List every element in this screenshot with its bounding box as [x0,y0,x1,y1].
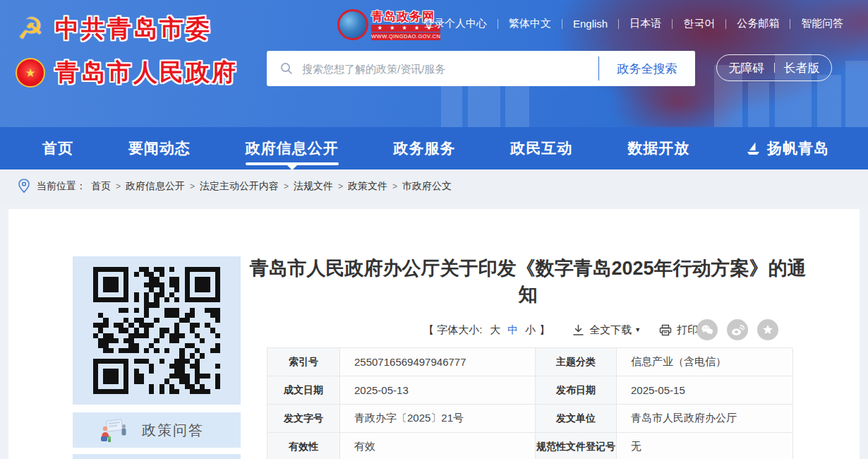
download-button[interactable]: 全文下载 ▼ [572,323,641,337]
page-title: 青岛市人民政府办公厅关于印发《数字青岛2025年行动方案》的通知 [246,256,810,308]
link-traditional-chinese[interactable]: 繁体中文 [509,17,551,30]
font-size-medium[interactable]: 中 [507,323,518,337]
article-toolbar: 【 字体大小: 大 中 小 】 全文下载 ▼ 打印 [246,318,810,341]
crumb-regulations[interactable]: 法规文件 [294,180,333,193]
search-box: 政务全搜索 [267,51,695,86]
nav-open-data[interactable]: 数据开放 [627,127,689,169]
print-button[interactable]: 打印 [659,323,698,337]
location-pin-icon [17,178,31,195]
policy-qa-illustration-icon [98,417,131,443]
accessibility-pill: 无障碍 长者版 [716,54,832,81]
elder-version-button[interactable]: 长者版 [784,60,820,76]
wechat-share-button[interactable] [697,319,718,340]
font-size-small[interactable]: 小 [525,323,536,337]
nav-gov-info-disclosure[interactable]: 政府信息公开 [246,127,339,169]
meta-value-index-number: 2550716569497946777 [340,348,536,376]
breadcrumb-prefix: 当前位置： [37,180,86,193]
search-button[interactable]: 政务全搜索 [599,51,695,86]
meta-label: 索引号 [267,348,340,376]
content-card: 政策问答 青岛市人民政府办公厅关于印发《数字青岛2025年行动方案》的通知 【 … [8,209,860,459]
link-official-mail[interactable]: 公务邮箱 [737,17,779,30]
link-english[interactable]: English [573,18,608,30]
link-smart-qa[interactable]: 智能问答 [801,17,843,30]
qr-code [93,267,220,394]
link-login-center[interactable]: 登录个人中心 [423,17,487,30]
link-japanese[interactable]: 日本语 [629,17,661,30]
meta-label: 发布日期 [536,376,617,405]
crumb-policy-docs[interactable]: 政策文件 [348,180,387,193]
crumb-home[interactable]: 首页 [91,180,111,193]
favorite-icon [762,324,773,335]
meta-value-registration-number: 无 [617,433,793,459]
document-meta-table: 索引号 2550716569497946777 主题分类 信息产业（含电信） 成… [267,347,792,459]
breadcrumb: 当前位置： 首页> 政府信息公开> 法定主动公开内容> 法规文件> 政策文件> … [0,169,868,203]
national-emblem-icon: ★ [16,58,45,88]
share-buttons [697,319,778,340]
search-icon [279,61,294,76]
crumb-statutory-disclosure[interactable]: 法定主动公开内容 [200,180,279,193]
page: ☭ 中共青岛市委 ★ 青岛市人民政府 青岛政务网 ★ ★ ★ ★ ★ WWW.Q… [0,0,868,459]
government-title: 青岛市人民政府 [55,56,238,89]
search-input[interactable] [302,63,598,75]
site-header: ☭ 中共青岛市委 ★ 青岛市人民政府 青岛政务网 ★ ★ ★ ★ ★ WWW.Q… [0,0,868,127]
main-nav: 首页 要闻动态 政府信息公开 政务服务 政民互动 数据开放 扬帆青岛 [0,127,868,169]
party-committee-title: 中共青岛市委 [55,13,212,45]
left-sidebar: 政策问答 [73,256,241,459]
download-icon [572,324,584,336]
nav-public-interaction[interactable]: 政民互动 [510,127,572,169]
font-size-label: 【 字体大小: [423,323,482,337]
meta-value-written-date: 2025-05-13 [340,376,536,405]
globe-icon [337,9,368,40]
meta-label: 发文单位 [536,405,617,433]
favorite-share-button[interactable] [757,319,778,340]
nav-home[interactable]: 首页 [42,127,73,169]
meta-value-publish-date: 2025-05-15 [617,376,793,405]
print-icon [659,324,672,336]
org-titles: ☭ 中共青岛市委 ★ 青岛市人民政府 [14,13,238,100]
meta-label: 规范性文件登记号 [536,433,617,459]
nav-news[interactable]: 要闻动态 [128,127,191,169]
wechat-icon [701,324,713,335]
meta-value-validity: 有效 [340,433,536,459]
nav-sail-qingdao[interactable]: 扬帆青岛 [745,127,829,169]
top-links: 登录个人中心 繁体中文 English 日本语 한국어 公务邮箱 智能问答 [423,17,843,30]
sidebar-item-policy-qa[interactable]: 政策问答 [73,412,241,448]
sail-icon [745,140,761,157]
meta-label: 发文字号 [267,405,340,433]
crumb-gov-info[interactable]: 政府信息公开 [126,180,185,193]
meta-value-topic-category: 信息产业（含电信） [617,348,793,376]
accessibility-button[interactable]: 无障碍 [729,60,765,76]
weibo-icon [731,324,745,336]
crumb-municipal-docs[interactable]: 市政府公文 [402,180,452,193]
sidebar-item-partial[interactable] [73,454,241,459]
nav-gov-services[interactable]: 政务服务 [393,127,455,169]
meta-value-doc-number: 青政办字〔2025〕21号 [340,405,536,433]
meta-value-issuing-unit: 青岛市人民政府办公厅 [617,405,793,433]
font-size-large[interactable]: 大 [490,323,500,337]
meta-label: 成文日期 [267,376,340,405]
party-emblem-icon: ☭ [14,13,47,45]
qr-code-box [73,256,241,405]
logo-url: WWW.QINGDAO.GOV.CN [371,32,440,40]
meta-label: 主题分类 [536,348,617,376]
link-korean[interactable]: 한국어 [683,17,715,30]
caret-down-icon: ▼ [634,326,641,333]
sidebar-item-label: 政策问答 [142,421,204,440]
meta-label: 有效性 [267,433,340,459]
weibo-share-button[interactable] [727,319,748,340]
